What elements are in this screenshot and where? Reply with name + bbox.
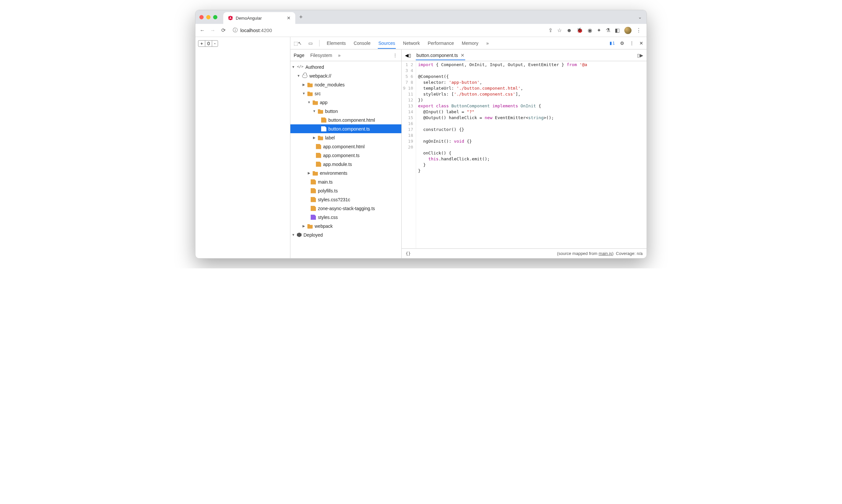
inspect-element-icon[interactable]: ⬚↖: [294, 40, 302, 46]
close-tab-button[interactable]: ✕: [287, 15, 291, 21]
maximize-window-button[interactable]: [213, 15, 217, 19]
panel-console[interactable]: Console: [353, 38, 371, 49]
content-area: + 0 - ⬚↖ ▭ Elements Console Sources Netw…: [195, 37, 647, 258]
folder-icon: [307, 223, 312, 229]
tree-button-folder[interactable]: ▼button: [290, 107, 401, 115]
counter-minus[interactable]: -: [212, 40, 218, 47]
folder-icon: [312, 100, 318, 105]
tree-app-ts[interactable]: app.component.ts: [290, 151, 401, 160]
reload-button[interactable]: ⟳: [220, 27, 227, 33]
folder-icon: [312, 170, 318, 176]
toolbar: ← → ⟳ ⓘ localhost:4200 ⇪ ☆ ☻ 🐞 ◉ ✦ ⚗ ◧ ⋮: [195, 24, 647, 37]
navigator-menu-icon[interactable]: ⋮: [393, 53, 397, 58]
tree-button-ts[interactable]: button.component.ts: [290, 124, 401, 133]
angular-icon: [228, 15, 233, 21]
tree-app[interactable]: ▼app: [290, 98, 401, 107]
file-icon: [321, 126, 326, 131]
tree-webpack-folder[interactable]: ▶webpack: [290, 221, 401, 230]
device-toolbar-icon[interactable]: ▭: [308, 40, 312, 46]
code-content: import { Component, OnInit, Input, Outpu…: [416, 61, 647, 248]
tree-zone[interactable]: zone-async-stack-tagging.ts: [290, 204, 401, 213]
folder-icon: [307, 82, 312, 87]
browser-window: DemoAngular ✕ + ⌄ ← → ⟳ ⓘ localhost:4200…: [195, 10, 647, 258]
tree-button-html[interactable]: button.component.html: [290, 115, 401, 124]
share-icon[interactable]: ⇪: [548, 27, 553, 33]
file-icon: [311, 179, 316, 184]
line-numbers: 1 2 3 4 5 6 7 8 9 10 11 12 13 14 15 16 1…: [402, 61, 416, 248]
tabs-expand-button[interactable]: ⌄: [638, 14, 642, 20]
close-window-button[interactable]: [199, 15, 204, 19]
code-icon: </>: [297, 65, 303, 70]
forward-button[interactable]: →: [209, 28, 216, 33]
code-editor[interactable]: 1 2 3 4 5 6 7 8 9 10 11 12 13 14 15 16 1…: [402, 61, 647, 248]
tree-src[interactable]: ▼src: [290, 89, 401, 98]
source-map-link[interactable]: main.js: [599, 251, 612, 256]
rendered-page: + 0 -: [195, 37, 290, 258]
tree-deployed[interactable]: ▼Deployed: [290, 230, 401, 239]
panel-memory[interactable]: Memory: [461, 38, 479, 49]
sources-panel: Page Filesystem » ⋮ ▼</>Authored ▼webpac…: [290, 50, 647, 258]
ext-bug-icon[interactable]: 🐞: [576, 27, 583, 33]
settings-icon[interactable]: ⚙: [620, 40, 624, 46]
tree-styles-q[interactable]: styles.css?231c: [290, 195, 401, 204]
editor-tabs: ◀▯ button.component.ts ✕ ▯▶: [402, 50, 647, 61]
panel-performance[interactable]: Performance: [427, 38, 454, 49]
tree-main[interactable]: main.ts: [290, 177, 401, 186]
devtools: ⬚↖ ▭ Elements Console Sources Network Pe…: [290, 37, 647, 258]
tab-title: DemoAngular: [236, 16, 262, 21]
panel-overflow[interactable]: »: [485, 38, 489, 49]
menu-icon[interactable]: ⋮: [636, 27, 641, 33]
profile-avatar[interactable]: [624, 27, 631, 34]
panel-elements[interactable]: Elements: [326, 38, 346, 49]
toolbar-actions: ⇪ ☆ ☻ 🐞 ◉ ✦ ⚗ ◧ ⋮: [548, 27, 643, 34]
panel-sources[interactable]: Sources: [378, 38, 396, 49]
side-panel-icon[interactable]: ◧: [615, 27, 620, 33]
new-tab-button[interactable]: +: [299, 14, 303, 21]
devtools-close-icon[interactable]: ✕: [639, 40, 643, 46]
file-icon: [311, 206, 316, 211]
tree-node-modules[interactable]: ▶node_modules: [290, 80, 401, 89]
tree-environments[interactable]: ▶environments: [290, 168, 401, 177]
file-tree: ▼</>Authored ▼webpack:// ▶node_modules ▼…: [290, 61, 401, 258]
sources-navigator: Page Filesystem » ⋮ ▼</>Authored ▼webpac…: [290, 50, 402, 258]
file-icon: [316, 162, 321, 167]
extensions-icon[interactable]: ✦: [597, 27, 601, 33]
tree-styles[interactable]: styles.css: [290, 213, 401, 221]
nav-tab-filesystem[interactable]: Filesystem: [310, 51, 332, 60]
toggle-debugger-icon[interactable]: ▯▶: [637, 53, 643, 58]
ext-circle-icon[interactable]: ◉: [588, 27, 592, 33]
ext-flask-icon[interactable]: ⚗: [606, 27, 610, 33]
tree-polyfills[interactable]: polyfills.ts: [290, 186, 401, 195]
address-bar[interactable]: ⓘ localhost:4200: [230, 27, 545, 33]
site-info-icon[interactable]: ⓘ: [233, 27, 238, 33]
file-icon: [316, 144, 321, 149]
counter-value: 0: [205, 40, 212, 47]
minimize-window-button[interactable]: [206, 15, 211, 19]
back-button[interactable]: ←: [199, 28, 206, 33]
tree-app-module[interactable]: app.module.ts: [290, 160, 401, 168]
toggle-navigator-icon[interactable]: ◀▯: [405, 53, 411, 58]
ext-skull-icon[interactable]: ☻: [566, 28, 572, 33]
tree-webpack-domain[interactable]: ▼webpack://: [290, 71, 401, 80]
counter-plus[interactable]: +: [198, 40, 205, 47]
bookmark-icon[interactable]: ☆: [557, 27, 562, 33]
file-icon: [311, 197, 316, 202]
panel-network[interactable]: Network: [402, 38, 420, 49]
nav-tab-page[interactable]: Page: [294, 51, 304, 60]
editor-tab-close-icon[interactable]: ✕: [461, 53, 465, 58]
folder-icon: [307, 91, 312, 96]
nav-tab-overflow[interactable]: »: [338, 51, 341, 60]
pretty-print-button[interactable]: {}: [406, 251, 411, 256]
tree-label-folder[interactable]: ▶label: [290, 133, 401, 142]
browser-tab[interactable]: DemoAngular ✕: [223, 12, 295, 24]
file-icon: [316, 153, 321, 158]
counter-widget: + 0 -: [198, 40, 218, 47]
tree-app-html[interactable]: app.component.html: [290, 142, 401, 151]
url-host: localhost: [240, 28, 259, 33]
tree-authored[interactable]: ▼</>Authored: [290, 62, 401, 71]
devtools-menu-icon[interactable]: ⋮: [629, 40, 634, 46]
editor-tab[interactable]: button.component.ts ✕: [416, 51, 465, 60]
window-traffic-lights: [199, 15, 217, 19]
messages-button[interactable]: ▮ 1: [610, 40, 615, 46]
tab-strip: DemoAngular ✕ + ⌄: [195, 10, 647, 24]
